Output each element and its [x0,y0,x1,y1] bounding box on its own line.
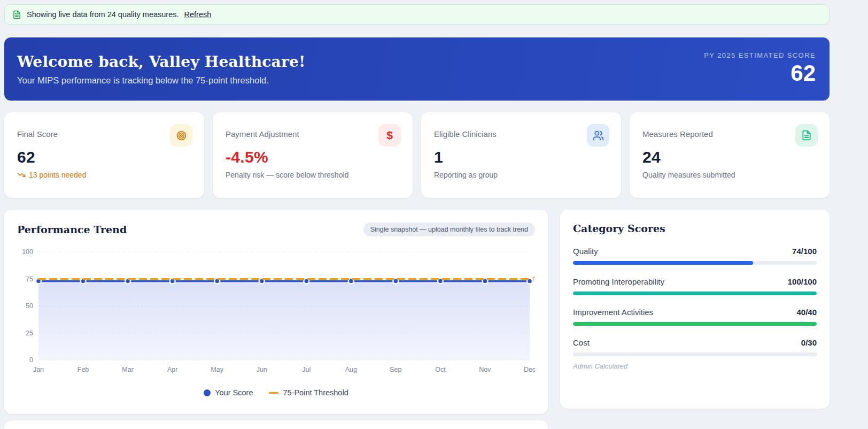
payment-adjustment-card: Payment Adjustment $ -4.5% Penalty risk … [213,112,413,198]
svg-text:Jan: Jan [33,366,44,373]
category-row-cost: Cost 0/30 [573,338,817,356]
stat-sub-text: Penalty risk — score below threshold [226,171,400,179]
hero-left: Welcome back, Valley Healthcare! Your MI… [17,53,305,86]
progress-fill [573,322,817,326]
category-label: Cost [573,338,590,347]
target-icon [170,124,192,147]
measures-reported-card: Measures Reported 24 Quality measures su… [630,112,830,198]
stat-sub-text: Quality measures submitted [642,171,817,179]
hero-subtitle: Your MIPS performance is tracking below … [17,75,305,86]
estimated-score-label: PY 2025 ESTIMATED SCORE [704,51,816,59]
svg-text:Jun: Jun [257,366,267,373]
next-card-peek [4,420,548,429]
stat-value: 24 [642,148,817,166]
admin-calculated-note: Admin Calculated [573,362,817,370]
legend-threshold[interactable]: 75-Point Threshold [269,388,348,397]
dollar-icon: $ [378,124,401,147]
performance-trend-card: Performance Trend Single snapshot — uplo… [4,210,548,414]
legend-dot-icon [204,389,211,396]
category-row-quality: Quality 74/100 [573,247,817,265]
category-score: 40/40 [796,308,817,317]
svg-text:Feb: Feb [78,366,89,373]
stat-cards-row: Final Score 62 13 points needed Payment … [4,112,830,198]
svg-text:Apr: Apr [167,366,177,373]
hero-title: Welcome back, Valley Healthcare! [17,53,305,71]
hero-score-block: PY 2025 ESTIMATED SCORE 62 [704,51,816,86]
svg-text:Mar: Mar [122,366,134,373]
stat-sub-text: 13 points needed [29,171,86,179]
progress-fill [573,261,753,265]
chart-legend: Your Score 75-Point Threshold [17,388,535,397]
stat-label: Final Score [17,129,191,139]
estimated-score-value: 62 [704,60,816,86]
legend-label: 75-Point Threshold [283,388,348,397]
category-row-improvement-activities: Improvement Activities 40/40 [573,308,817,326]
svg-text:May: May [211,366,223,373]
legend-dash-icon [269,392,278,394]
svg-text:Sep: Sep [390,366,401,373]
legend-your-score[interactable]: Your Score [204,388,253,397]
eligible-clinicians-card: Eligible Clinicians 1 Reporting as group [421,112,621,198]
stat-sub-text: Reporting as group [434,171,608,179]
progress-fill [573,292,817,295]
svg-text:Nov: Nov [479,366,491,373]
svg-text:50: 50 [26,302,33,310]
category-score: 0/30 [801,338,817,347]
file-text-icon [795,124,818,147]
chart-title: Performance Trend [17,224,127,235]
category-score: 74/100 [792,247,817,256]
stat-label: Payment Adjustment [226,129,400,139]
stat-value: 62 [17,148,191,166]
svg-text:Jul: Jul [302,366,311,373]
category-label: Improvement Activities [573,308,653,317]
final-score-card: Final Score 62 13 points needed [4,112,204,198]
svg-text:7: 7 [532,276,535,282]
category-score: 100/100 [788,277,817,286]
svg-text:Oct: Oct [435,366,446,373]
welcome-hero: Welcome back, Valley Healthcare! Your MI… [4,37,830,101]
snapshot-badge: Single snapshot — upload monthly files t… [363,223,535,236]
points-needed: 13 points needed [17,171,191,179]
svg-text:100: 100 [22,248,33,256]
svg-text:Aug: Aug [345,366,357,373]
trend-line-chart[interactable]: 0255075100JanFebMarAprMayJunJulAugSepOct… [17,243,535,378]
users-icon [587,124,609,147]
svg-text:75: 75 [26,275,33,283]
banner-message: Showing live data from 24 quality measur… [27,10,179,19]
category-scores-panel: Category Scores Quality 74/100 Promoting… [560,210,830,409]
live-data-banner: Showing live data from 24 quality measur… [4,4,830,25]
panel-title: Category Scores [573,223,817,234]
stat-value: -4.5% [226,148,400,166]
category-row-promoting-interoperability: Promoting Interoperability 100/100 [573,277,817,295]
progress-track [573,292,817,295]
svg-text:Dec: Dec [524,366,535,373]
progress-track [573,261,817,265]
progress-track [573,353,817,356]
stat-label: Measures Reported [642,129,817,139]
stat-value: 1 [434,148,608,166]
progress-track [573,322,817,326]
svg-text:25: 25 [26,330,33,337]
svg-text:0: 0 [29,356,33,364]
refresh-link[interactable]: Refresh [184,10,212,19]
file-text-icon [12,10,21,19]
category-label: Quality [573,247,598,256]
trending-down-icon [17,171,26,179]
legend-label: Your Score [215,388,253,397]
stat-label: Eligible Clinicians [434,129,608,139]
category-label: Promoting Interoperability [573,277,664,286]
